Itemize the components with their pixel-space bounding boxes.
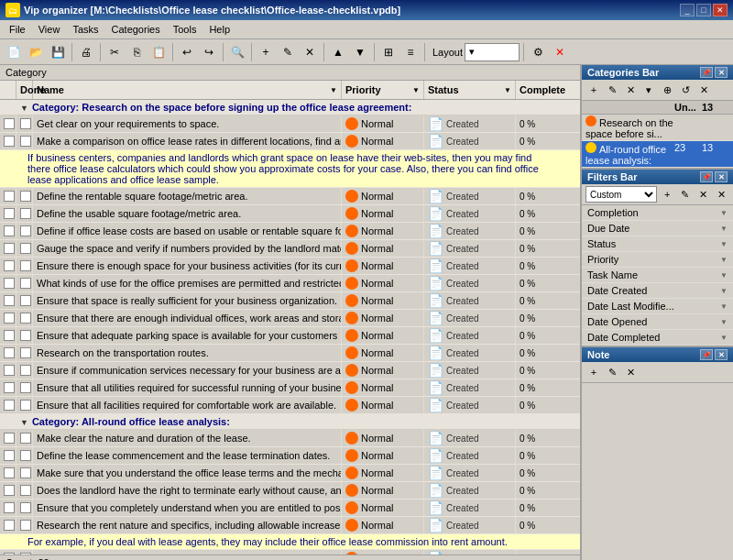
task-row-cat1-task0[interactable]: Make clear the nature and duration of th… xyxy=(0,430,580,447)
menu-help[interactable]: Help xyxy=(203,22,235,37)
th-complete[interactable]: Complete xyxy=(516,81,580,99)
task-row-cat1-task5[interactable]: Research the rent nature and specifics, … xyxy=(0,517,580,534)
task-row-cat0-sub8[interactable]: Ensure that adequate parking space is av… xyxy=(0,327,580,345)
task-list[interactable]: ▼Category: Research on the space before … xyxy=(0,100,580,555)
task-checkbox-select-cat0-sub7[interactable] xyxy=(4,313,15,324)
menu-file[interactable]: File xyxy=(4,22,31,37)
task-checkbox-select-cat1-task2[interactable] xyxy=(4,467,15,478)
task-done-cat0-sub2[interactable] xyxy=(16,223,33,239)
task-select-cat0-sub1[interactable] xyxy=(0,205,16,222)
task-select-cat0-sub11[interactable] xyxy=(0,379,16,396)
task-done-checkbox-cat0-sub5[interactable] xyxy=(20,278,31,289)
filter-item-3[interactable]: Priority▼ xyxy=(582,252,733,268)
task-done-checkbox-cat0-sub3[interactable] xyxy=(20,243,31,254)
task-done-checkbox-cat1-task2[interactable] xyxy=(20,467,31,478)
task-done-cat0-sub4[interactable] xyxy=(16,258,33,274)
task-row-cat0-sub3[interactable]: Gauge the space and verify if numbers pr… xyxy=(0,240,580,258)
paste-button[interactable]: 📋 xyxy=(148,42,169,62)
task-checkbox-select-cat0-sub5[interactable] xyxy=(4,278,15,289)
task-checkbox-select-cat0-sub4[interactable] xyxy=(4,260,15,271)
task-done-checkbox-cat1-task0[interactable] xyxy=(20,433,31,444)
category-row-0[interactable]: ▼Category: Research on the space before … xyxy=(0,100,580,115)
menu-tools[interactable]: Tools xyxy=(168,22,202,37)
filter-button[interactable]: ⊞ xyxy=(378,42,399,62)
filter-item-0[interactable]: Completion▼ xyxy=(582,205,733,221)
task-checkbox-select-cat0-sub6[interactable] xyxy=(4,295,15,306)
task-done-checkbox-cat0-task0[interactable] xyxy=(20,118,31,129)
task-row-cat0-sub10[interactable]: Ensure if communication services necessa… xyxy=(0,362,580,379)
redo-button[interactable]: ↪ xyxy=(199,42,219,62)
task-done-checkbox-cat0-sub7[interactable] xyxy=(20,313,31,324)
categories-panel-header-btns[interactable]: 📌 ✕ xyxy=(700,67,728,78)
task-checkbox-select-cat0-sub1[interactable] xyxy=(4,208,15,219)
task-select-cat0-sub8[interactable] xyxy=(0,327,16,344)
note-panel-pin-btn[interactable]: 📌 xyxy=(700,349,713,360)
task-row-cat0-sub12[interactable]: Ensure that all facilities required for … xyxy=(0,397,580,414)
delete-task-button[interactable]: ✕ xyxy=(300,42,320,62)
task-done-checkbox-cat1-task5[interactable] xyxy=(20,520,31,531)
task-row-cat0-sub4[interactable]: Ensure there is enough space for your bu… xyxy=(0,258,580,275)
task-done-checkbox-cat0-sub8[interactable] xyxy=(20,330,31,341)
task-select-cat0-task1[interactable] xyxy=(0,133,16,149)
note-panel-header-btns[interactable]: 📌 ✕ xyxy=(700,349,728,360)
task-checkbox-select-cat0-sub2[interactable] xyxy=(4,225,15,236)
task-row-cat0-sub2[interactable]: Define if office lease costs are based o… xyxy=(0,223,580,240)
task-select-cat1-task1[interactable] xyxy=(0,447,16,464)
category-row-1[interactable]: ▼Category: All-round office lease analys… xyxy=(0,414,580,430)
task-done-cat0-sub11[interactable] xyxy=(16,379,33,396)
task-row-cat0-sub0[interactable]: Define the rentable square footage/metri… xyxy=(0,188,580,205)
filter-item-6[interactable]: Date Last Modifie...▼ xyxy=(582,299,733,314)
task-row-cat0-sub1[interactable]: Define the usable square footage/metric … xyxy=(0,205,580,223)
task-done-checkbox-cat1-task3[interactable] xyxy=(20,485,31,496)
filters-panel-pin-btn[interactable]: 📌 xyxy=(700,171,713,182)
task-select-cat0-sub4[interactable] xyxy=(0,258,16,274)
filter-item-5[interactable]: Date Created▼ xyxy=(582,283,733,299)
filter-preset-dropdown[interactable]: Custom xyxy=(585,186,657,203)
categories-panel-pin-btn[interactable]: 📌 xyxy=(700,67,713,78)
filter-item-7[interactable]: Date Opened▼ xyxy=(582,314,733,330)
note-add-btn[interactable]: + xyxy=(585,364,602,380)
task-done-cat0-sub9[interactable] xyxy=(16,345,33,361)
task-done-cat0-sub5[interactable] xyxy=(16,275,33,291)
th-priority[interactable]: Priority ▼ xyxy=(342,81,424,99)
note-delete-btn[interactable]: ✕ xyxy=(622,364,639,380)
task-done-cat0-sub0[interactable] xyxy=(16,188,33,204)
save-button[interactable]: 💾 xyxy=(48,42,68,62)
task-checkbox-select-cat0-sub11[interactable] xyxy=(4,382,15,393)
task-row-cat1-task1[interactable]: Define the lease commencement and the le… xyxy=(0,447,580,465)
cat-x-btn[interactable]: ✕ xyxy=(695,82,712,98)
task-checkbox-select-cat1-task1[interactable] xyxy=(4,450,15,461)
th-status[interactable]: Status ▼ xyxy=(424,81,516,99)
task-select-cat0-sub9[interactable] xyxy=(0,345,16,361)
filter-item-1[interactable]: Due Date▼ xyxy=(582,221,733,236)
task-done-cat1-task3[interactable] xyxy=(16,482,33,499)
cat-filter-btn[interactable]: ▾ xyxy=(640,82,657,98)
task-done-cat1-task1[interactable] xyxy=(16,447,33,464)
categories-panel-close-btn[interactable]: ✕ xyxy=(715,67,728,78)
find-button[interactable]: 🔍 xyxy=(227,42,247,62)
open-button[interactable]: 📂 xyxy=(26,42,46,62)
layout-dropdown[interactable]: ▾ xyxy=(465,43,520,61)
filter-add-btn[interactable]: + xyxy=(659,186,675,203)
task-done-checkbox-cat1-task4[interactable] xyxy=(20,502,31,513)
task-done-checkbox-cat0-task1[interactable] xyxy=(20,136,31,147)
filter-item-4[interactable]: Task Name▼ xyxy=(582,268,733,283)
task-done-cat0-sub12[interactable] xyxy=(16,397,33,413)
task-select-cat0-sub6[interactable] xyxy=(0,292,16,309)
task-row-cat0-task1[interactable]: Make a comparison on office lease rates … xyxy=(0,133,580,150)
categories-list[interactable]: Research on the space before si... All-r… xyxy=(582,115,733,168)
task-checkbox-select-cat1-task5[interactable] xyxy=(4,520,15,531)
task-checkbox-select-cat0-task1[interactable] xyxy=(4,136,15,147)
task-row-cat1-task2[interactable]: Make sure that you understand the office… xyxy=(0,465,580,482)
task-select-cat1-task2[interactable] xyxy=(0,465,16,481)
task-select-cat1-task0[interactable] xyxy=(0,430,16,446)
task-done-cat1-task0[interactable] xyxy=(16,430,33,446)
task-checkbox-select-cat1-task0[interactable] xyxy=(4,433,15,444)
cat-refresh-btn[interactable]: ↺ xyxy=(677,82,694,98)
filter-x-btn[interactable]: ✕ xyxy=(713,186,729,203)
filter-item-2[interactable]: Status▼ xyxy=(582,236,733,252)
task-done-checkbox-cat0-sub10[interactable] xyxy=(20,365,31,376)
task-row-cat0-sub5[interactable]: What kinds of use for the office premise… xyxy=(0,275,580,292)
print-button[interactable]: 🖨 xyxy=(76,42,96,62)
cat-add-btn[interactable]: + xyxy=(585,82,602,98)
